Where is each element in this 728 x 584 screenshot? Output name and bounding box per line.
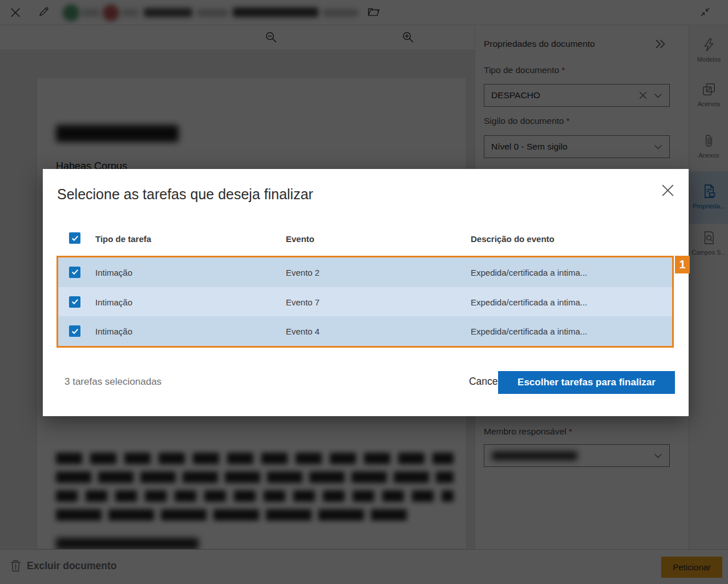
finalize-tasks-modal: Selecione as tarefas que deseja finaliza…	[43, 169, 689, 416]
chevron-down-icon[interactable]	[654, 453, 662, 458]
field-label-sigilo: Sigilo do documento*	[484, 116, 570, 126]
task-row[interactable]: Intimação Evento 7 Expedida/certificada …	[58, 287, 672, 317]
redacted-line	[56, 538, 199, 550]
check-icon	[71, 235, 79, 241]
modal-title: Selecione as tarefas que deseja finaliza…	[57, 186, 313, 203]
row-checkbox[interactable]	[69, 325, 80, 337]
select-all-checkbox[interactable]	[69, 232, 80, 244]
task-description: Expedida/certificada a intima...	[471, 297, 587, 307]
task-event: Evento 2	[286, 267, 319, 277]
tab-propriedades[interactable]: Proprieda...	[689, 171, 728, 224]
clear-value-icon[interactable]	[639, 91, 647, 99]
tipo-documento-value: DESPACHO	[491, 90, 540, 100]
document-search-icon	[702, 231, 716, 245]
collections-icon	[702, 82, 716, 96]
chevron-down-icon[interactable]	[654, 93, 662, 98]
task-type: Intimação	[95, 327, 132, 336]
confirm-finalize-button[interactable]: Escolher tarefas para finalizar	[498, 371, 675, 394]
membro-responsavel-dropdown[interactable]	[484, 444, 670, 467]
sigilo-documento-dropdown[interactable]: Nível 0 - Sem sigilo	[484, 135, 670, 158]
column-header-evento: Evento	[286, 234, 314, 244]
bottom-action-bar: Excluir documento Peticionar	[0, 549, 728, 584]
top-toolbar	[0, 0, 728, 25]
required-marker: *	[566, 116, 569, 126]
tab-modelos[interactable]: Modelos	[689, 38, 728, 63]
tutorial-step-badge: 1	[675, 256, 690, 273]
task-row[interactable]: Intimação Evento 2 Expedida/certificada …	[58, 257, 672, 287]
document-properties-icon	[702, 184, 717, 199]
modal-close-button[interactable]	[661, 184, 674, 198]
folder-icon[interactable]	[367, 6, 380, 20]
tab-campos[interactable]: Campos S...	[689, 231, 728, 256]
peticionar-button[interactable]: Peticionar	[661, 557, 722, 578]
zoom-out-icon[interactable]	[265, 31, 277, 46]
required-marker: *	[569, 426, 572, 436]
task-event: Evento 7	[286, 297, 319, 307]
task-row[interactable]: Intimação Evento 4 Expedida/certificada …	[58, 316, 672, 346]
sigilo-documento-value: Nível 0 - Sem sigilo	[491, 142, 568, 152]
edit-pencil-icon[interactable]	[38, 6, 50, 20]
tab-acervos[interactable]: Acervos	[689, 82, 728, 107]
panel-title: Propriedades do documento	[484, 39, 595, 49]
chevron-down-icon[interactable]	[654, 144, 662, 150]
check-icon	[71, 299, 79, 305]
check-icon	[71, 328, 79, 335]
zoom-in-icon[interactable]	[402, 31, 414, 46]
delete-document-button[interactable]: Excluir documento	[10, 559, 117, 572]
redacted-paragraph-line	[56, 453, 454, 464]
task-description: Expedida/certificada a intima...	[471, 327, 587, 336]
row-checkbox[interactable]	[69, 296, 80, 308]
tipo-documento-dropdown[interactable]: DESPACHO	[484, 84, 670, 107]
trash-icon	[10, 559, 21, 572]
column-header-descricao: Descrição do evento	[471, 234, 555, 244]
lightning-icon	[702, 38, 716, 52]
task-event: Evento 4	[286, 327, 319, 336]
column-header-tipo: Tipo de tarefa	[95, 234, 151, 244]
right-tab-rail: Modelos Acervos Anexos Proprieda... Camp…	[689, 25, 728, 549]
redacted-paragraph-line	[56, 472, 454, 483]
redacted-text	[144, 8, 192, 17]
redacted-status-red	[103, 5, 119, 21]
redacted-status-green	[63, 5, 79, 21]
field-label-membro: Membro responsável*	[484, 426, 572, 437]
task-description: Expedida/certificada a intima...	[471, 267, 587, 277]
redacted-paragraph-line	[56, 509, 407, 521]
required-marker: *	[561, 65, 565, 75]
redacted-text	[323, 9, 358, 17]
tab-anexos[interactable]: Anexos	[689, 134, 728, 159]
paperclip-icon	[702, 134, 715, 148]
redacted-text	[197, 9, 228, 17]
collapse-panel-icon[interactable]	[654, 38, 666, 53]
field-label-tipo: Tipo de documento*	[484, 65, 565, 75]
zoom-toolbar: Ajustar à largura	[0, 25, 475, 50]
redacted-text	[82, 9, 100, 17]
selected-count-label: 3 tarefas selecionadas	[64, 376, 161, 388]
delete-document-label: Excluir documento	[27, 560, 117, 572]
redacted-text	[122, 9, 139, 17]
redacted-text	[233, 7, 318, 17]
close-editor-icon[interactable]	[10, 7, 21, 20]
highlighted-task-list: Intimação Evento 2 Expedida/certificada …	[56, 256, 674, 348]
row-checkbox[interactable]	[69, 267, 80, 278]
close-icon	[661, 184, 674, 197]
task-type: Intimação	[95, 267, 132, 277]
check-icon	[71, 269, 79, 275]
redacted-member-value	[492, 452, 577, 460]
app-root: Ajustar à largura Habeas Corpus Propried…	[0, 0, 728, 584]
task-type: Intimação	[95, 297, 132, 307]
collapse-window-icon[interactable]	[700, 7, 710, 19]
redacted-document-title	[56, 125, 179, 142]
redacted-paragraph-line	[56, 490, 454, 502]
